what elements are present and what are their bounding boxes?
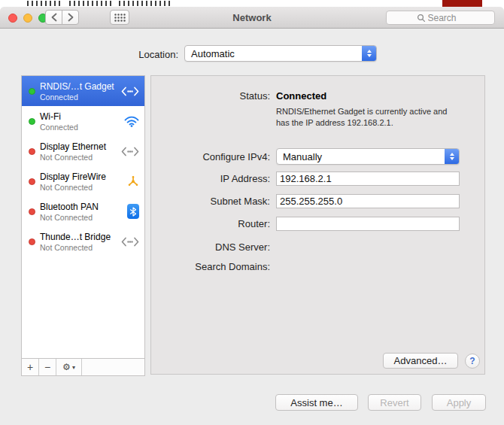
bluetooth-icon — [127, 204, 139, 219]
status-label: Status: — [151, 90, 270, 102]
interface-name: Thunde…t Bridge — [40, 232, 118, 242]
interfaces-toolbar: + − ⚙▾ — [22, 358, 144, 375]
sidebar-item-rndis-gadget[interactable]: RNDIS/…t Gadget Connected — [22, 76, 144, 106]
interface-name: RNDIS/…t Gadget — [40, 81, 118, 92]
help-button[interactable]: ? — [465, 354, 480, 369]
firewire-icon — [127, 175, 139, 187]
disconnected-dot-icon — [29, 238, 35, 245]
interface-status: Not Connected — [40, 153, 118, 162]
location-label: Location: — [65, 49, 178, 60]
ip-address-row: IP Address: — [151, 172, 460, 186]
disconnected-dot-icon — [29, 178, 35, 185]
interface-name: Wi-Fi — [40, 111, 121, 122]
sidebar-item-wifi[interactable]: Wi-Fi Connected — [22, 106, 144, 136]
assist-me-button[interactable]: Assist me… — [275, 394, 358, 411]
interface-status: Not Connected — [40, 243, 118, 252]
sidebar-item-bluetooth-pan[interactable]: Bluetooth PAN Not Connected — [22, 196, 144, 226]
interface-name: Display FireWire — [40, 172, 124, 182]
location-value: Automatic — [185, 46, 362, 61]
router-field[interactable] — [276, 217, 460, 231]
search-domains-label: Search Domains: — [151, 261, 270, 272]
revert-button[interactable]: Revert — [368, 394, 421, 411]
router-row: Router: — [151, 217, 460, 231]
ip-address-label: IP Address: — [151, 173, 270, 184]
subnet-mask-row: Subnet Mask: — [151, 194, 460, 208]
interface-name: Bluetooth PAN — [40, 202, 124, 212]
sidebar-item-display-ethernet[interactable]: Display Ethernet Not Connected — [22, 136, 144, 166]
chevron-left-icon — [50, 13, 58, 22]
screen-artifact-marks — [119, 1, 172, 6]
sidebar-item-display-firewire[interactable]: Display FireWire Not Connected — [22, 166, 144, 196]
chevron-down-icon: ▾ — [72, 364, 75, 371]
interface-status: Not Connected — [40, 183, 124, 192]
advanced-button[interactable]: Advanced… — [383, 353, 458, 369]
forward-button[interactable] — [62, 10, 79, 25]
dropdown-arrows-icon — [362, 46, 376, 61]
window-controls — [8, 14, 47, 23]
back-button[interactable] — [45, 10, 62, 25]
location-dropdown[interactable]: Automatic — [184, 45, 377, 62]
sidebar-item-thunderbolt-bridge[interactable]: Thunde…t Bridge Not Connected — [22, 226, 144, 257]
status-row: Status: Connected — [151, 90, 326, 102]
configure-ipv4-row: Configure IPv4: Manually — [151, 148, 460, 165]
ethernet-icon — [121, 87, 139, 96]
interface-status: Connected — [40, 123, 121, 132]
dns-server-label: DNS Server: — [151, 241, 270, 253]
network-preferences-window: Network Location: Automatic RNDIS/…t Gad… — [0, 7, 504, 425]
configure-ipv4-label: Configure IPv4: — [151, 151, 270, 162]
connected-dot-icon — [29, 88, 35, 95]
ip-address-field[interactable] — [276, 172, 460, 186]
minimize-button[interactable] — [23, 14, 32, 23]
status-value: Connected — [276, 90, 326, 102]
search-field[interactable] — [386, 11, 495, 25]
interface-status: Not Connected — [40, 213, 124, 222]
wifi-icon — [124, 116, 139, 127]
add-interface-button[interactable]: + — [22, 359, 39, 375]
dropdown-arrows-icon — [445, 149, 459, 164]
interface-actions-button[interactable]: ⚙▾ — [56, 359, 82, 375]
disconnected-dot-icon — [29, 208, 35, 215]
interface-status: Connected — [40, 93, 118, 102]
ethernet-icon — [121, 237, 139, 247]
search-domains-row: Search Domains: — [151, 261, 270, 272]
interfaces-rows: RNDIS/…t Gadget Connected Wi-Fi Connecte… — [22, 76, 144, 358]
grid-icon — [114, 14, 126, 22]
apply-button[interactable]: Apply — [432, 394, 486, 411]
screen-artifact-strip — [0, 0, 504, 7]
subnet-mask-label: Subnet Mask: — [151, 196, 270, 207]
configure-ipv4-value: Manually — [277, 149, 445, 164]
router-label: Router: — [151, 218, 270, 229]
ethernet-icon — [121, 147, 139, 156]
search-input[interactable] — [426, 13, 465, 23]
screen-artifact-marks — [27, 1, 63, 6]
interface-name: Display Ethernet — [40, 141, 118, 152]
dns-server-row: DNS Server: — [151, 241, 270, 253]
screen-artifact-marks — [69, 1, 113, 6]
remove-interface-button[interactable]: − — [39, 359, 56, 375]
titlebar: Network — [0, 7, 504, 29]
nav-buttons — [45, 10, 79, 25]
status-note: RNDIS/Ethernet Gadget is currently activ… — [276, 106, 451, 129]
disconnected-dot-icon — [29, 148, 35, 155]
show-all-button[interactable] — [110, 10, 129, 25]
chevron-right-icon — [67, 13, 74, 22]
subnet-mask-field[interactable] — [276, 194, 460, 208]
gear-icon: ⚙ — [62, 362, 71, 372]
search-icon — [417, 14, 426, 23]
configure-ipv4-dropdown[interactable]: Manually — [276, 148, 460, 165]
close-button[interactable] — [8, 14, 17, 23]
connected-dot-icon — [29, 118, 35, 125]
details-panel: Status: Connected RNDIS/Ethernet Gadget … — [150, 75, 485, 375]
interfaces-list: RNDIS/…t Gadget Connected Wi-Fi Connecte… — [21, 75, 145, 376]
